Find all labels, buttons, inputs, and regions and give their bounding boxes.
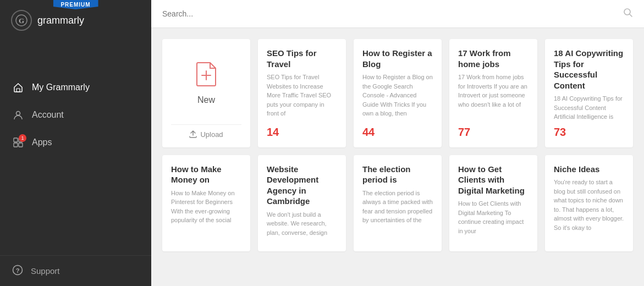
grammarly-logo: G	[11, 10, 32, 31]
svg-rect-4	[14, 138, 18, 142]
card-desc: 17 Work from home jobs for Introverts If…	[458, 73, 529, 109]
card-title: How to Make Money on	[171, 164, 241, 185]
row2-cards: How to Make Money on How to Make Money o…	[162, 155, 633, 251]
card-desc: You're ready to start a blog but still c…	[554, 178, 624, 232]
seo-tips-card[interactable]: SEO Tips for Travel SEO Tips for Travel …	[258, 39, 346, 147]
card-score: 44	[362, 126, 433, 139]
card-score: 14	[267, 126, 337, 139]
sidebar: PREMIUM G grammarly My Grammarly	[0, 0, 151, 286]
svg-text:G: G	[19, 16, 24, 25]
question-icon: ?	[12, 265, 23, 277]
sidebar-item-apps[interactable]: 1 Apps	[0, 129, 151, 156]
new-card-label: New	[197, 95, 215, 105]
sidebar-item-account[interactable]: Account	[0, 101, 151, 129]
card-desc: The election period is always a time pac…	[362, 189, 433, 225]
sidebar-nav: My Grammarly Account 1 Apps	[0, 74, 151, 255]
search-bar-wrapper	[151, 0, 644, 28]
card-desc: How to Register a Blog on the Google Sea…	[362, 73, 433, 118]
main-content: New Upload SEO Tips for Travel SEO Tips …	[151, 0, 644, 286]
sidebar-bottom: ? Support	[0, 255, 151, 286]
new-doc-card[interactable]: New Upload	[162, 39, 250, 147]
support-label: Support	[31, 266, 60, 276]
election-card[interactable]: The election period is The election peri…	[354, 155, 442, 251]
svg-line-11	[630, 14, 632, 17]
upload-label: Upload	[200, 130, 223, 139]
card-score: 73	[554, 126, 624, 139]
app-name: grammarly	[37, 15, 84, 26]
search-input[interactable]	[162, 9, 623, 18]
card-title: SEO Tips for Travel	[267, 48, 337, 69]
card-title: Niche Ideas	[554, 164, 624, 175]
account-label: Account	[32, 110, 64, 120]
card-title: The election period is	[362, 164, 433, 185]
digital-marketing-card[interactable]: How to Get Clients with Digital Marketin…	[449, 155, 537, 251]
card-title: 17 Work from home jobs	[458, 48, 529, 69]
sidebar-item-support[interactable]: ? Support	[12, 265, 139, 277]
card-desc: SEO Tips for Travel Websites to Increase…	[267, 73, 337, 118]
card-desc: We don't just build a website. We resear…	[267, 210, 337, 238]
ai-copywriting-card[interactable]: 18 AI Copywriting Tips for Successful Co…	[545, 39, 633, 147]
svg-rect-6	[14, 143, 18, 147]
content-area: New Upload SEO Tips for Travel SEO Tips …	[151, 28, 644, 286]
row1-cards: New Upload SEO Tips for Travel SEO Tips …	[162, 39, 633, 147]
svg-rect-7	[19, 143, 23, 147]
card-desc: 18 AI Copywriting Tips for Successful Co…	[554, 94, 624, 122]
home-icon	[12, 81, 24, 94]
upload-button[interactable]: Upload	[171, 124, 241, 139]
card-desc: How to Make Money on Pinterest for Begin…	[171, 189, 241, 225]
card-title: 18 AI Copywriting Tips for Successful Co…	[554, 48, 624, 91]
card-score: 77	[458, 126, 529, 139]
register-blog-card[interactable]: How to Register a Blog How to Register a…	[354, 39, 442, 147]
apps-icon: 1	[12, 136, 24, 148]
search-icon[interactable]	[623, 8, 633, 20]
svg-point-3	[16, 112, 20, 116]
niche-ideas-card[interactable]: Niche Ideas You're ready to start a blog…	[545, 155, 633, 251]
card-desc: How to Get Clients with Digital Marketin…	[458, 199, 529, 235]
card-title: How to Register a Blog	[362, 48, 433, 69]
new-doc-icon	[195, 61, 217, 90]
web-dev-card[interactable]: Website Development Agency in Cambridge …	[258, 155, 346, 251]
work-from-home-card[interactable]: 17 Work from home jobs 17 Work from home…	[449, 39, 537, 147]
apps-label: Apps	[32, 138, 52, 147]
svg-text:?: ?	[16, 267, 20, 274]
my-grammarly-label: My Grammarly	[32, 82, 90, 92]
card-title: How to Get Clients with Digital Marketin…	[458, 164, 529, 196]
make-money-card[interactable]: How to Make Money on How to Make Money o…	[162, 155, 250, 251]
svg-rect-2	[16, 89, 20, 92]
sidebar-item-my-grammarly[interactable]: My Grammarly	[0, 74, 151, 101]
apps-badge: 1	[19, 134, 26, 142]
person-icon	[12, 109, 24, 121]
card-title: Website Development Agency in Cambridge	[267, 164, 337, 207]
